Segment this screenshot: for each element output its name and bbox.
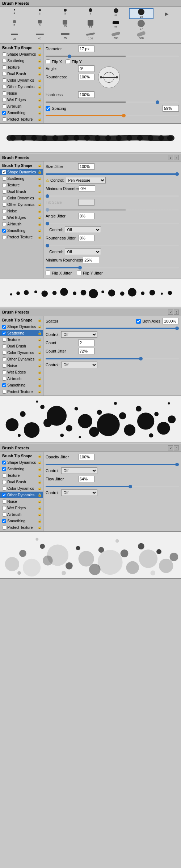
noise-check-4[interactable] [2, 500, 6, 504]
min-diameter-input[interactable] [79, 185, 95, 192]
brush-cell-19[interactable]: 19 [129, 8, 153, 19]
flip-x-jitter-checkbox[interactable] [46, 271, 50, 275]
protect-texture-checkbox-2[interactable] [2, 235, 6, 239]
brush-cell-17[interactable]: 17 [78, 20, 102, 30]
sidebar-item-scattering-4[interactable]: Scattering 🔒 [0, 466, 43, 472]
sidebar-item-other-dynamics-1[interactable]: Other Dynamics 🔒 [0, 83, 43, 90]
sidebar-item-wet-edges-1[interactable]: Wet Edges 🔒 [0, 96, 43, 103]
texture-checkbox-1[interactable] [2, 65, 6, 69]
sidebar-item-smoothing-4[interactable]: Smoothing 🔒 [0, 518, 43, 524]
sidebar-item-shape-dyn-3[interactable]: Shape Dynamics 🔒 [0, 323, 43, 330]
toolbar-icon-4[interactable]: ⋮ [174, 310, 179, 315]
sidebar-item-smoothing-2[interactable]: Smoothing 🔒 [0, 227, 43, 234]
other-dyn-check-3[interactable] [2, 357, 6, 361]
brush-cell-200[interactable]: 200 [104, 31, 128, 40]
angle-widget[interactable] [98, 66, 120, 88]
sidebar-item-texture-1[interactable]: Texture 🔒 [0, 64, 43, 70]
sidebar-item-shape-dynamics-1[interactable]: Shape Dynamics 🔒 [0, 51, 43, 57]
brush-cell-1[interactable]: 1 [2, 8, 26, 19]
roundness-jitter-input[interactable] [78, 235, 94, 241]
sidebar-item-airbrush-3[interactable]: Airbrush 🔒 [0, 375, 43, 382]
shape-dyn-check-3[interactable] [2, 325, 6, 329]
sidebar-item-brush-tip-4[interactable]: Brush Tip Shape 🔒 [0, 453, 43, 459]
toolbar-icon-6[interactable]: ⋮ [174, 445, 179, 450]
roundness-input[interactable] [78, 74, 94, 80]
other-dyn-check-4[interactable] [2, 493, 6, 497]
brush-cell-5[interactable]: 5 [53, 8, 77, 19]
brush-cell-27[interactable]: 27 [129, 20, 153, 30]
sidebar-item-airbrush-4[interactable]: Airbrush 🔒 [0, 511, 43, 518]
brush-cell-45[interactable]: 45 [28, 31, 52, 40]
sidebar-item-brush-tip-shape[interactable]: Brush Tip Shape 🔒 [0, 44, 43, 51]
sidebar-item-airbrush-2[interactable]: Airbrush 🔒 [0, 221, 43, 227]
spacing-slider[interactable] [46, 115, 179, 116]
sidebar-item-shape-dynamics-2[interactable]: Shape Dynamics 🔒 [0, 169, 43, 175]
sidebar-item-scattering-1[interactable]: Scattering 🔒 [0, 57, 43, 64]
toolbar-icon-1[interactable]: ↙ [168, 155, 173, 160]
wet-edges-checkbox-1[interactable] [2, 98, 6, 102]
brush-cell-3[interactable]: 3 [28, 8, 52, 19]
diameter-input[interactable] [78, 46, 94, 52]
brush-cell-65[interactable]: 65 [53, 31, 77, 40]
shape-dyn-check-4[interactable] [2, 461, 6, 465]
scattering-checkbox-1[interactable] [2, 59, 6, 63]
flow-control-select[interactable]: Off Pen Pressure [61, 489, 97, 496]
smoothing-check-4[interactable] [2, 519, 6, 523]
sidebar-item-protect-texture-1[interactable]: Protect Texture 🔒 [0, 116, 43, 122]
opacity-jitter-slider[interactable] [46, 464, 179, 465]
both-axes-checkbox[interactable] [136, 319, 141, 324]
texture-check-4[interactable] [2, 474, 6, 478]
protect-texture-checkbox-1[interactable] [2, 117, 6, 121]
airbrush-check-3[interactable] [2, 377, 6, 381]
flow-jitter-slider[interactable] [46, 486, 179, 487]
color-dyn-check-4[interactable] [2, 487, 6, 491]
scattering-checkbox-2[interactable] [2, 177, 6, 181]
sidebar-item-texture-3[interactable]: Texture 🔒 [0, 336, 43, 343]
scattering-check-4[interactable] [2, 467, 6, 471]
sidebar-item-color-dynamics-2[interactable]: Color Dynamics 🔒 [0, 195, 43, 201]
sidebar-item-dual-brush-3[interactable]: Dual Brush 🔒 [0, 343, 43, 349]
scatter-input[interactable] [163, 318, 179, 324]
dual-brush-checkbox-2[interactable] [2, 190, 6, 194]
sidebar-item-protect-tex-4[interactable]: Protect Texture 🔒 [0, 524, 43, 531]
sidebar-item-texture-4[interactable]: Texture 🔒 [0, 472, 43, 479]
sidebar-item-color-dyn-3[interactable]: Color Dynamics 🔒 [0, 349, 43, 356]
opacity-control-select[interactable]: Off Pen Pressure [61, 467, 97, 474]
brush-cell-13[interactable]: 13 [104, 8, 128, 19]
spacing-input[interactable] [163, 105, 179, 112]
sidebar-item-wet-edges-2[interactable]: Wet Edges 🔒 [0, 214, 43, 221]
sidebar-item-protect-tex-3[interactable]: Protect Texture 🔒 [0, 388, 43, 395]
count-jitter-slider[interactable] [46, 358, 179, 359]
spacing-checkbox[interactable] [46, 106, 50, 111]
noise-checkbox-2[interactable] [2, 209, 6, 213]
brush-cell-9b[interactable]: 9 [28, 20, 52, 30]
min-roundness-slider[interactable] [46, 267, 179, 268]
airbrush-check-4[interactable] [2, 513, 6, 517]
color-dynamics-checkbox-1[interactable] [2, 78, 6, 82]
sidebar-item-smoothing-3[interactable]: Smoothing 🔒 [0, 382, 43, 388]
flip-y-jitter-checkbox[interactable] [77, 271, 81, 275]
brush-cell-21[interactable]: 21 [104, 20, 128, 30]
toolbar-icon-5[interactable]: ↙ [168, 445, 173, 450]
sidebar-item-noise-1[interactable]: Noise 🔒 [0, 90, 43, 96]
flow-jitter-input[interactable] [78, 476, 94, 482]
shape-dynamics-checkbox-1[interactable] [2, 52, 6, 56]
wet-edges-checkbox-2[interactable] [2, 216, 6, 220]
sidebar-item-texture-2[interactable]: Texture 🔒 [0, 182, 43, 188]
sidebar-item-shape-dyn-4[interactable]: Shape Dynamics 🔒 [0, 459, 43, 466]
sidebar-item-scattering-2[interactable]: Scattering 🔒 [0, 175, 43, 182]
color-dynamics-checkbox-2[interactable] [2, 196, 6, 200]
scatter-control-select[interactable]: Off Pen Pressure [61, 331, 97, 338]
tilt-scale-slider[interactable] [46, 209, 179, 211]
smoothing-check-3[interactable] [2, 383, 6, 387]
brush-cell-5b[interactable]: 5 [2, 20, 26, 30]
brush-cell-100[interactable]: 100 [78, 31, 102, 40]
sidebar-item-brush-tip-shape-2[interactable]: Brush Tip Shape 🔒 [0, 162, 43, 169]
sidebar-item-noise-3[interactable]: Noise 🔒 [0, 362, 43, 369]
texture-checkbox-2[interactable] [2, 183, 6, 187]
brush-cell-arrow[interactable]: ▶ [155, 8, 179, 19]
roundness-jitter-slider[interactable] [46, 245, 179, 246]
color-dyn-check-3[interactable] [2, 351, 6, 355]
noise-checkbox-1[interactable] [2, 91, 6, 95]
size-jitter-slider[interactable] [46, 173, 179, 175]
